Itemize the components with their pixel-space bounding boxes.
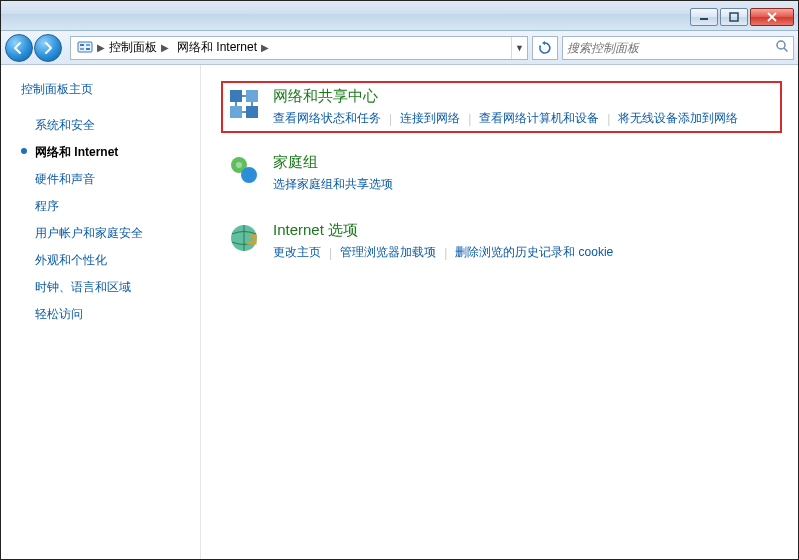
breadcrumb-seg-control-panel[interactable]: 控制面板 ▶ — [105, 37, 173, 59]
category-title[interactable]: 家庭组 — [273, 153, 318, 172]
svg-rect-0 — [700, 18, 708, 20]
svg-point-13 — [241, 167, 257, 183]
category-icon — [227, 221, 261, 255]
category: 网络和共享中心查看网络状态和任务|连接到网络|查看网络计算机和设备|将无线设备添… — [221, 81, 782, 133]
category-links: 查看网络状态和任务|连接到网络|查看网络计算机和设备|将无线设备添加到网络 — [273, 110, 776, 127]
sidebar-item[interactable]: 时钟、语言和区域 — [21, 274, 190, 301]
category-link[interactable]: 更改主页 — [273, 244, 321, 261]
body: 控制面板主页 系统和安全网络和 Internet硬件和声音程序用户帐户和家庭安全… — [1, 65, 798, 559]
svg-rect-6 — [86, 48, 90, 50]
category-link[interactable]: 将无线设备添加到网络 — [618, 110, 738, 127]
sidebar-item[interactable]: 程序 — [21, 193, 190, 220]
svg-rect-1 — [730, 13, 738, 21]
category-body: 网络和共享中心查看网络状态和任务|连接到网络|查看网络计算机和设备|将无线设备添… — [273, 87, 776, 127]
category-title[interactable]: 网络和共享中心 — [273, 87, 378, 106]
svg-rect-11 — [246, 106, 258, 118]
navbar: ▶ 控制面板 ▶ 网络和 Internet ▶ ▼ — [1, 31, 798, 65]
svg-rect-4 — [86, 44, 90, 46]
svg-rect-3 — [80, 44, 84, 46]
svg-point-7 — [777, 41, 785, 49]
divider: | — [329, 246, 332, 260]
category-body: Internet 选项更改主页|管理浏览器加载项|删除浏览的历史记录和 cook… — [273, 221, 776, 261]
back-button[interactable] — [5, 34, 33, 62]
category-links: 选择家庭组和共享选项 — [273, 176, 776, 193]
divider: | — [444, 246, 447, 260]
sidebar-item[interactable]: 系统和安全 — [21, 112, 190, 139]
chevron-right-icon: ▶ — [261, 42, 269, 53]
svg-rect-2 — [78, 42, 92, 52]
sidebar-item[interactable]: 外观和个性化 — [21, 247, 190, 274]
category-link[interactable]: 删除浏览的历史记录和 cookie — [455, 244, 613, 261]
category-body: 家庭组选择家庭组和共享选项 — [273, 153, 776, 193]
maximize-button[interactable] — [720, 8, 748, 26]
nav-buttons — [5, 34, 62, 62]
minimize-button[interactable] — [690, 8, 718, 26]
svg-point-14 — [236, 162, 242, 168]
refresh-button[interactable] — [532, 36, 558, 60]
divider: | — [468, 112, 471, 126]
breadcrumb-seg-network[interactable]: 网络和 Internet ▶ — [173, 37, 273, 59]
category-icon — [227, 87, 261, 121]
control-panel-icon — [75, 38, 95, 58]
category-link[interactable]: 连接到网络 — [400, 110, 460, 127]
sidebar-item[interactable]: 网络和 Internet — [21, 139, 190, 166]
search-icon — [775, 39, 789, 56]
category-title[interactable]: Internet 选项 — [273, 221, 358, 240]
svg-rect-5 — [80, 48, 84, 50]
category-link[interactable]: 选择家庭组和共享选项 — [273, 176, 393, 193]
category-icon — [227, 153, 261, 187]
chevron-right-icon: ▶ — [97, 42, 105, 53]
category: Internet 选项更改主页|管理浏览器加载项|删除浏览的历史记录和 cook… — [221, 215, 782, 267]
category: 家庭组选择家庭组和共享选项 — [221, 147, 782, 199]
category-link[interactable]: 查看网络状态和任务 — [273, 110, 381, 127]
divider: | — [607, 112, 610, 126]
category-links: 更改主页|管理浏览器加载项|删除浏览的历史记录和 cookie — [273, 244, 776, 261]
breadcrumb-label: 控制面板 — [109, 39, 157, 56]
svg-rect-8 — [230, 90, 242, 102]
sidebar: 控制面板主页 系统和安全网络和 Internet硬件和声音程序用户帐户和家庭安全… — [1, 65, 201, 559]
forward-button[interactable] — [34, 34, 62, 62]
close-button[interactable] — [750, 8, 794, 26]
sidebar-home[interactable]: 控制面板主页 — [21, 81, 190, 98]
breadcrumb-label: 网络和 Internet — [177, 39, 257, 56]
divider: | — [389, 112, 392, 126]
control-panel-window: ▶ 控制面板 ▶ 网络和 Internet ▶ ▼ — [1, 1, 798, 559]
sidebar-item[interactable]: 用户帐户和家庭安全 — [21, 220, 190, 247]
breadcrumb[interactable]: ▶ 控制面板 ▶ 网络和 Internet ▶ ▼ — [70, 36, 528, 60]
sidebar-item[interactable]: 硬件和声音 — [21, 166, 190, 193]
chevron-right-icon: ▶ — [161, 42, 169, 53]
breadcrumb-dropdown[interactable]: ▼ — [511, 37, 527, 59]
svg-rect-10 — [230, 106, 242, 118]
sidebar-list: 系统和安全网络和 Internet硬件和声音程序用户帐户和家庭安全外观和个性化时… — [21, 112, 190, 328]
sidebar-item[interactable]: 轻松访问 — [21, 301, 190, 328]
titlebar — [1, 1, 798, 31]
svg-rect-9 — [246, 90, 258, 102]
search-input[interactable] — [567, 41, 775, 55]
search-box[interactable] — [562, 36, 794, 60]
category-link[interactable]: 查看网络计算机和设备 — [479, 110, 599, 127]
content: 网络和共享中心查看网络状态和任务|连接到网络|查看网络计算机和设备|将无线设备添… — [201, 65, 798, 559]
category-link[interactable]: 管理浏览器加载项 — [340, 244, 436, 261]
